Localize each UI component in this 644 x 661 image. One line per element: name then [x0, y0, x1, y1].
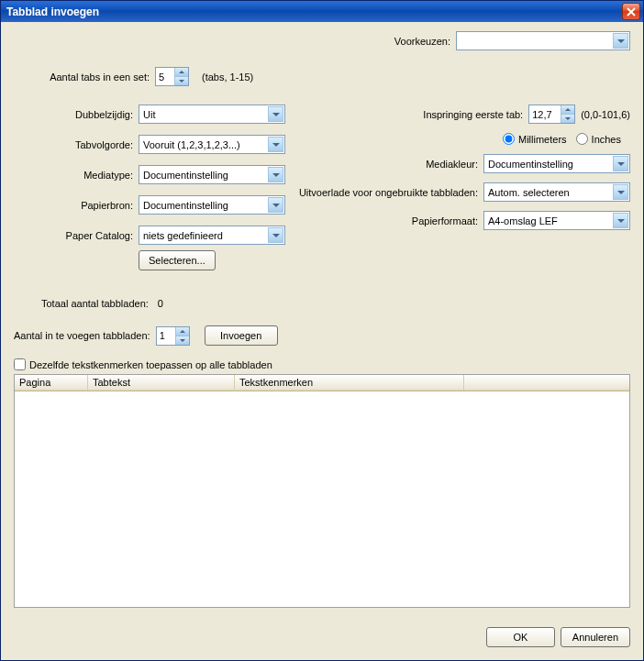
spin-up-icon[interactable]: [174, 68, 188, 77]
presets-label: Voorkeuzen:: [394, 36, 450, 47]
chevron-down-icon: [268, 227, 283, 243]
papierbron-label: Papierbron:: [14, 200, 133, 211]
col-blank: [464, 375, 629, 391]
table-header: Pagina Tabtekst Tekstkenmerken: [15, 375, 629, 391]
spin-down-icon[interactable]: [174, 77, 188, 85]
inspringing-stepper[interactable]: [528, 105, 575, 124]
spin-up-icon[interactable]: [175, 327, 189, 336]
inspringing-hint: (0,0-101,6): [581, 109, 630, 120]
apply-all-label: Dezelfde tekstkenmerken toepassen op all…: [29, 359, 272, 370]
chevron-down-icon: [268, 167, 283, 182]
papierformaat-label: Papierformaat:: [412, 215, 478, 226]
units-mm-input[interactable]: [503, 133, 515, 145]
uitvoerlade-dropdown[interactable]: Autom. selecteren: [483, 182, 630, 202]
col-tabtekst[interactable]: Tabtekst: [88, 375, 235, 391]
total-tabs-label: Totaal aantal tabbladen:: [41, 298, 149, 309]
apply-all-checkbox[interactable]: Dezelfde tekstkenmerken toepassen op all…: [14, 358, 621, 370]
invoegen-button[interactable]: Invoegen: [205, 325, 278, 346]
tabs-in-set-input[interactable]: [156, 68, 174, 85]
total-tabs-value: 0: [158, 298, 163, 309]
units-in-input[interactable]: [576, 133, 588, 145]
mediakleur-dropdown[interactable]: Documentinstelling: [483, 154, 630, 173]
insert-count-stepper[interactable]: [156, 326, 190, 346]
spin-up-icon[interactable]: [561, 105, 574, 115]
dubbelzijdig-dropdown[interactable]: Uit: [139, 105, 285, 124]
table-body: [15, 391, 629, 607]
spin-down-icon[interactable]: [561, 115, 574, 123]
chevron-down-icon: [613, 184, 628, 200]
tabvolgorde-value: Vooruit (1,2,3,1,2,3...): [143, 139, 240, 150]
chevron-down-icon: [268, 197, 283, 213]
papierbron-value: Documentinstelling: [143, 200, 228, 211]
titlebar: Tabblad invoegen: [1, 1, 643, 22]
tabs-in-set-stepper[interactable]: [155, 67, 189, 86]
col-pagina[interactable]: Pagina: [15, 375, 88, 391]
papierformaat-value: A4-omslag LEF: [488, 215, 558, 226]
spin-down-icon[interactable]: [175, 336, 189, 345]
mediatype-label: Mediatype:: [14, 170, 133, 181]
uitvoerlade-value: Autom. selecteren: [488, 187, 570, 198]
units-in-label: Inches: [592, 134, 621, 145]
content-area: Voorkeuzen: Aantal tabs in een set: (tab…: [1, 22, 643, 660]
inspringing-label: Inspringing eerste tab:: [423, 109, 523, 120]
chevron-down-icon: [613, 213, 628, 228]
insert-count-input[interactable]: [157, 327, 175, 345]
dialog-footer: OK Annuleren: [486, 627, 630, 647]
presets-dropdown[interactable]: [456, 31, 630, 50]
window-title: Tabblad invoegen: [6, 6, 99, 18]
chevron-down-icon: [268, 106, 283, 122]
mediatype-dropdown[interactable]: Documentinstelling: [139, 165, 285, 184]
mediatype-value: Documentinstelling: [143, 170, 228, 181]
papercatalog-value: niets gedefinieerd: [143, 230, 223, 241]
cancel-button[interactable]: Annuleren: [561, 627, 630, 647]
insert-count-label: Aantal in te voegen tabbladen:: [14, 330, 150, 341]
col-tekstkenmerken[interactable]: Tekstkenmerken: [235, 375, 464, 391]
papierformaat-dropdown[interactable]: A4-omslag LEF: [483, 211, 630, 230]
chevron-down-icon: [613, 156, 628, 171]
papercatalog-label: Paper Catalog:: [14, 230, 133, 241]
tabs-in-set-hint: (tabs, 1-15): [202, 72, 253, 83]
mediakleur-value: Documentinstelling: [488, 159, 573, 170]
mediakleur-label: Mediakleur:: [426, 159, 478, 170]
tabs-in-set-label: Aantal tabs in een set:: [14, 72, 150, 83]
apply-all-input[interactable]: [14, 358, 26, 370]
papercatalog-dropdown[interactable]: niets gedefinieerd: [139, 226, 285, 245]
tabs-table: Pagina Tabtekst Tekstkenmerken: [14, 374, 630, 608]
selecteren-button[interactable]: Selecteren...: [139, 250, 216, 270]
tabvolgorde-dropdown[interactable]: Vooruit (1,2,3,1,2,3...): [139, 135, 285, 154]
dubbelzijdig-label: Dubbelzijdig:: [14, 109, 133, 120]
dubbelzijdig-value: Uit: [143, 109, 155, 120]
uitvoerlade-label: Uitvoerlade voor ongebruikte tabbladen:: [299, 187, 478, 198]
chevron-down-icon: [613, 33, 628, 49]
chevron-down-icon: [268, 137, 283, 152]
ok-button[interactable]: OK: [486, 627, 555, 647]
dialog-window: Tabblad invoegen Voorkeuzen: Aantal tabs…: [0, 0, 644, 661]
papierbron-dropdown[interactable]: Documentinstelling: [139, 195, 285, 215]
units-mm-radio[interactable]: Millimeters: [503, 133, 567, 145]
units-in-radio[interactable]: Inches: [576, 133, 621, 145]
tabvolgorde-label: Tabvolgorde:: [14, 139, 133, 150]
inspringing-input[interactable]: [529, 105, 561, 123]
units-mm-label: Millimeters: [518, 134, 567, 145]
close-button[interactable]: [622, 3, 640, 20]
